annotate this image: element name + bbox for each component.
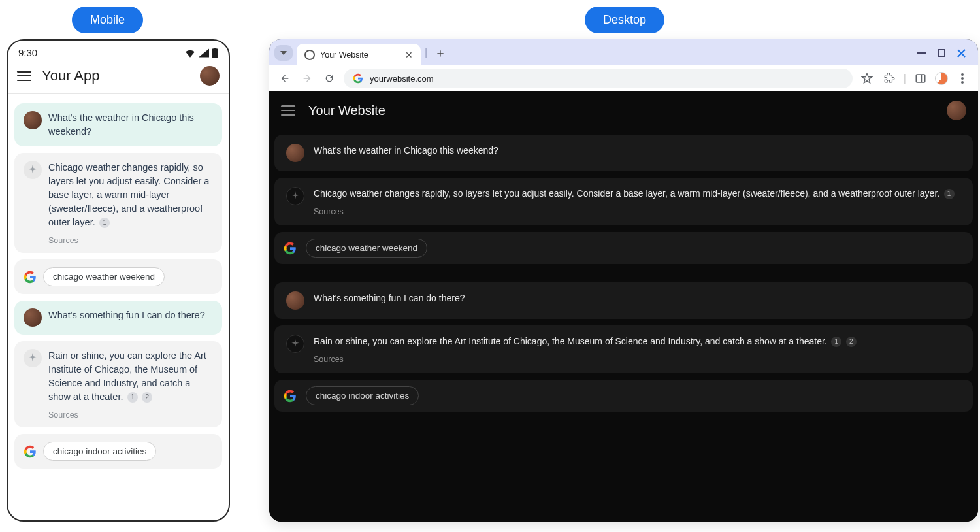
close-window-icon[interactable] xyxy=(956,48,966,58)
search-chip[interactable]: chicago weather weekend xyxy=(43,267,165,286)
svg-rect-2 xyxy=(916,75,925,82)
sparkle-icon xyxy=(24,349,42,367)
profile-avatar[interactable] xyxy=(200,66,220,86)
ai-message: Rain or shine, you can explore the Art I… xyxy=(14,341,222,427)
mobile-pill-label: Mobile xyxy=(72,7,143,33)
browser-toolbar: yourwebsite.com | xyxy=(269,65,978,91)
svg-point-6 xyxy=(961,81,964,84)
desktop-pill-label: Desktop xyxy=(585,7,664,33)
google-logo-icon xyxy=(24,271,37,284)
citation-badge[interactable]: 1 xyxy=(831,337,841,347)
search-grounding-card: chicago indoor activities xyxy=(14,434,222,469)
browser-tab[interactable]: Your Website ✕ xyxy=(297,44,421,66)
google-logo-icon xyxy=(284,390,297,403)
citation-badge[interactable]: 1 xyxy=(99,218,110,228)
user-avatar xyxy=(286,144,304,162)
sparkle-icon xyxy=(286,335,304,353)
menu-icon[interactable] xyxy=(17,71,31,81)
wifi-icon xyxy=(184,48,196,58)
profile-chip[interactable] xyxy=(935,72,948,85)
user-message: What's something fun I can do there? xyxy=(14,301,222,335)
citation-badge[interactable]: 2 xyxy=(846,337,857,347)
google-logo-icon xyxy=(284,242,297,255)
message-text: Chicago weather changes rapidly, so laye… xyxy=(314,188,939,199)
tab-search-button[interactable] xyxy=(274,45,293,61)
message-text: Rain or shine, you can explore the Art I… xyxy=(314,336,827,346)
minimize-icon[interactable] xyxy=(917,48,927,58)
message-text: What's the weather in Chicago this weeke… xyxy=(314,144,498,158)
close-tab-icon[interactable]: ✕ xyxy=(405,50,413,60)
mobile-app-bar: Your App xyxy=(8,61,229,94)
sources-label[interactable]: Sources xyxy=(314,355,857,364)
svg-point-4 xyxy=(961,73,964,76)
kebab-menu-icon[interactable] xyxy=(955,71,970,86)
svg-rect-1 xyxy=(938,50,945,56)
status-time: 9:30 xyxy=(18,47,37,58)
search-grounding-card: chicago weather weekend xyxy=(274,232,973,264)
desktop-chat-body: What's the weather in Chicago this weeke… xyxy=(269,129,978,522)
sources-label[interactable]: Sources xyxy=(48,410,213,420)
ai-message: Rain or shine, you can explore the Art I… xyxy=(274,325,973,373)
google-logo-icon xyxy=(353,73,363,84)
message-text: What's something fun I can do there? xyxy=(48,308,205,322)
google-logo-icon xyxy=(24,445,37,458)
reload-button[interactable] xyxy=(321,71,337,86)
citation-badge[interactable]: 1 xyxy=(127,392,138,403)
message-text: What's something fun I can do there? xyxy=(314,291,465,305)
cell-signal-icon xyxy=(199,48,209,58)
page-title: Your Website xyxy=(308,103,934,118)
search-grounding-card: chicago weather weekend xyxy=(14,259,222,294)
citation-badge[interactable]: 2 xyxy=(142,392,152,403)
citation-badge[interactable]: 1 xyxy=(944,189,955,199)
sparkle-icon xyxy=(24,161,42,179)
mobile-app-title: Your App xyxy=(42,67,189,84)
search-chip[interactable]: chicago weather weekend xyxy=(306,239,427,258)
url-text: yourwebsite.com xyxy=(370,74,434,84)
search-grounding-card: chicago indoor activities xyxy=(274,380,973,412)
user-avatar xyxy=(286,291,304,310)
new-tab-button[interactable]: ＋ xyxy=(431,44,449,62)
sources-label[interactable]: Sources xyxy=(48,236,213,245)
forward-button[interactable] xyxy=(299,71,315,86)
user-message: What's something fun I can do there? xyxy=(274,282,973,319)
back-button[interactable] xyxy=(277,71,293,86)
browser-window: Your Website ✕ | ＋ yourwebsite.com xyxy=(269,39,978,522)
svg-rect-0 xyxy=(917,52,926,54)
side-panel-icon[interactable] xyxy=(913,71,928,86)
tab-title: Your Website xyxy=(320,50,400,59)
profile-avatar[interactable] xyxy=(947,101,966,120)
page-content: Your Website What's the weather in Chica… xyxy=(269,91,978,522)
menu-icon[interactable] xyxy=(281,105,295,116)
user-message: What's the weather in Chicago this weeke… xyxy=(14,103,222,146)
mobile-chat-body: What's the weather in Chicago this weeke… xyxy=(8,94,229,520)
ai-message: Chicago weather changes rapidly, so laye… xyxy=(14,153,222,253)
address-bar[interactable]: yourwebsite.com xyxy=(344,69,853,88)
svg-point-5 xyxy=(961,77,964,80)
extensions-icon[interactable] xyxy=(881,71,897,86)
status-bar: 9:30 xyxy=(8,41,229,61)
bookmark-icon[interactable] xyxy=(859,71,875,86)
message-text: What's the weather in Chicago this weeke… xyxy=(48,111,213,139)
tab-strip: Your Website ✕ | ＋ xyxy=(269,39,978,65)
battery-icon xyxy=(212,48,218,58)
sparkle-icon xyxy=(286,187,304,205)
sources-label[interactable]: Sources xyxy=(314,207,955,216)
mobile-device-frame: 9:30 Your App What's the weather in Chic… xyxy=(7,39,230,522)
search-chip[interactable]: chicago indoor activities xyxy=(306,386,419,405)
user-message: What's the weather in Chicago this weeke… xyxy=(274,135,973,171)
maximize-icon[interactable] xyxy=(936,48,947,58)
message-text: Chicago weather changes rapidly, so laye… xyxy=(48,162,209,227)
page-app-bar: Your Website xyxy=(269,91,978,129)
ai-message: Chicago weather changes rapidly, so laye… xyxy=(274,178,973,225)
user-avatar xyxy=(24,308,42,327)
tab-favicon xyxy=(304,50,315,60)
message-text: Rain or shine, you can explore the Art I… xyxy=(48,350,206,402)
user-avatar xyxy=(24,111,42,129)
search-chip[interactable]: chicago indoor activities xyxy=(43,442,156,461)
